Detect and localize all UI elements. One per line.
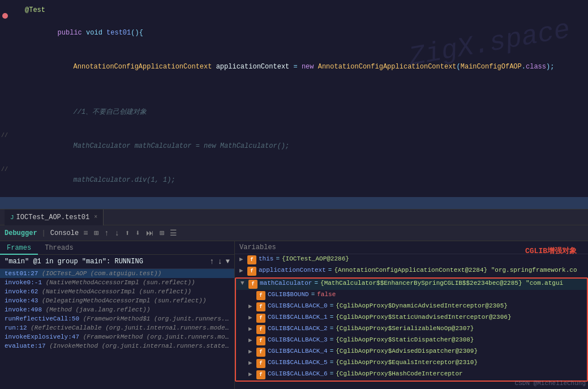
expand-icon[interactable]: ▶ — [248, 336, 256, 344]
var-name: CGLIB$CALLBACK_6 — [268, 370, 328, 377]
var-field-icon: f — [247, 255, 256, 264]
tab-item-ioctest[interactable]: J IOCTest_AOP.test01 × — [5, 210, 104, 225]
var-item-this[interactable]: ▶ f this = {IOCTest_AOP@2286} — [235, 254, 588, 266]
console-label[interactable]: Console — [50, 229, 79, 237]
frame-item[interactable]: invoke:62 (NativeMethodAccessorImpl (sun… — [0, 287, 234, 296]
tab-java-icon: J — [10, 214, 14, 221]
var-value: {CglibAopProxy$DynamicAdvisedInterceptor… — [336, 302, 508, 309]
var-field-icon: f — [256, 336, 265, 345]
var-field-icon: f — [247, 267, 256, 276]
expand-icon — [248, 291, 256, 298]
var-field-icon: f — [256, 370, 265, 379]
var-value: {MathCalculator$$EnhancerBySpringCGLIB$$… — [320, 280, 563, 287]
thread-down-button[interactable]: ↓ — [217, 257, 222, 266]
code-line: //1、不要自己创建对象 — [0, 95, 588, 129]
code-line: public void test01(){ — [0, 16, 588, 50]
expand-icon[interactable]: ▶ — [239, 255, 247, 263]
var-name: CGLIB$CALLBACK_5 — [268, 359, 328, 366]
function-name: test01 — [106, 29, 131, 37]
debugger-label: Debugger — [5, 229, 37, 237]
toolbar-list-icon[interactable]: ≡ — [82, 228, 89, 239]
toolbar-down-icon[interactable]: ↓ — [113, 228, 120, 239]
tab-close-button[interactable]: × — [94, 214, 97, 220]
toolbar-step-icon[interactable]: ⏭ — [145, 228, 155, 239]
thread-up-button[interactable]: ↑ — [209, 257, 214, 266]
keyword: public — [58, 29, 82, 37]
var-value-false: false — [317, 291, 336, 298]
frame-item[interactable]: invoke:498 (Method (java.lang.reflect)) — [0, 305, 234, 314]
var-item-appcontext[interactable]: ▶ f applicationContext = {AnnotationConf… — [235, 266, 588, 277]
var-item-mathcalculator[interactable]: ▼ f mathCalculator = {MathCalculator$$En… — [236, 279, 587, 290]
code-line: // mathCalculator.div(1, 1); — [0, 163, 588, 197]
expand-icon[interactable]: ▼ — [241, 280, 248, 287]
var-item-callback6[interactable]: ▶ f CGLIB$CALLBACK_6 = {CglibAopProxy$Ha… — [236, 369, 587, 381]
var-name: CGLIB$CALLBACK_3 — [268, 336, 328, 343]
frame-item[interactable]: runReflectiveCall:50 (FrameworkMethod$1 … — [0, 314, 234, 323]
var-value: {CglibAopProxy$StaticUnadvisedIntercepto… — [336, 314, 511, 320]
var-name: CGLIB$CALLBACK_0 — [268, 302, 328, 309]
thread-info: "main" @1 in group "main": RUNNING — [5, 258, 206, 266]
tab-frames[interactable]: Frames — [0, 241, 38, 255]
code-editor: ZigX.space @Test public void test01(){ A… — [0, 0, 588, 210]
toolbar-step-up-icon[interactable]: ⬆ — [124, 227, 131, 239]
var-field-icon: f — [256, 348, 265, 357]
frame-item[interactable]: invoke0:-1 (NativeMethodAccessorImpl (su… — [0, 278, 234, 287]
var-value: {CglibAopProxy$HashCodeInterceptor — [336, 370, 462, 377]
expand-icon[interactable]: ▶ — [248, 302, 256, 310]
keyword2: void — [86, 29, 102, 37]
var-item-callback4[interactable]: ▶ f CGLIB$CALLBACK_4 = {CglibAopProxy$Ad… — [236, 347, 587, 358]
frames-header: "main" @1 in group "main": RUNNING ↑ ↓ ▼ — [0, 255, 234, 269]
var-item-cglib-bound[interactable]: f CGLIB$BOUND = false — [236, 290, 587, 301]
expand-icon[interactable]: ▶ — [248, 314, 256, 321]
expand-icon[interactable]: ▶ — [239, 267, 247, 274]
annotation: @Test — [25, 6, 45, 14]
line-content: MathCalculator mathCalculator = applicat… — [23, 197, 588, 210]
comment: //1、不要自己创建对象 — [74, 108, 147, 116]
frame-item[interactable]: invoke:43 (DelegatingMethodAccessorImpl … — [0, 296, 234, 305]
code-area: @Test public void test01(){ AnnotationCo… — [0, 0, 588, 210]
var-field-icon: f — [256, 325, 265, 334]
line-content: //1、不要自己创建对象 — [23, 95, 588, 129]
var-field-icon: f — [256, 291, 265, 300]
frames-panel: Frames Threads "main" @1 in group "main"… — [0, 241, 235, 389]
expand-icon[interactable]: ▶ — [248, 325, 256, 332]
thread-filter-button[interactable]: ▼ — [226, 258, 230, 266]
csdn-watermark: CSDN @MichelleChung — [515, 380, 586, 387]
variables-panel: Variables CGLIB增强对象 ▶ f this = {IOCTest_… — [235, 241, 588, 389]
frame-item[interactable]: run:12 (ReflectiveCallable (org.junit.in… — [0, 323, 234, 332]
tab-threads[interactable]: Threads — [38, 241, 80, 255]
var-value: {CglibAopProxy$AdvisedDispatcher@2309} — [336, 348, 478, 354]
var-item-callback3[interactable]: ▶ f CGLIB$CALLBACK_3 = {CglibAopProxy$St… — [236, 335, 587, 347]
cglib-note: CGLIB增强对象 — [525, 246, 577, 256]
debugger-panel: Debugger | Console ≡ ⊞ ↑ ↓ ⬆ ⬇ ⏭ ⊞ ☰ Fra… — [0, 225, 588, 389]
var-field-icon: f — [256, 359, 265, 368]
toolbar-filter-icon[interactable]: ⊞ — [93, 227, 100, 239]
toolbar-grid-icon[interactable]: ⊞ — [158, 227, 165, 239]
frame-list: test01:27 (IOCTest_AOP (com.atguigu.test… — [0, 269, 234, 389]
var-list: ▶ f this = {IOCTest_AOP@2286} ▶ f applic… — [235, 254, 588, 389]
var-item-callback5[interactable]: ▶ f CGLIB$CALLBACK_5 = {CglibAopProxy$Eq… — [236, 358, 587, 369]
panel-tabs: Frames Threads — [0, 241, 234, 255]
frame-item[interactable]: evaluate:17 (InvokeMethod (org.junit.int… — [0, 341, 234, 350]
thread-name: "main" @1 in group "main": RUNNING — [5, 258, 143, 266]
var-item-callback0[interactable]: ▶ f CGLIB$CALLBACK_0 = {CglibAopProxy$Dy… — [236, 301, 587, 313]
line-content: MathCalculator mathCalculator = new Math… — [23, 129, 588, 163]
line-content: mathCalculator.div(1, 1); — [23, 163, 588, 197]
var-value: {CglibAopProxy$EqualsInterceptor@2310} — [336, 359, 478, 366]
toolbar-step-down-icon[interactable]: ⬇ — [134, 227, 141, 239]
expand-icon[interactable]: ▶ — [248, 370, 256, 378]
var-value: {IOCTest_AOP@2286} — [282, 255, 349, 262]
expand-icon[interactable]: ▶ — [248, 348, 256, 355]
expand-icon[interactable]: ▶ — [248, 359, 256, 366]
frame-item[interactable]: invokeExplosively:47 (FrameworkMethod (o… — [0, 332, 234, 341]
var-value: {AnnotationConfigApplicationContext@2284… — [334, 267, 577, 273]
debugger-toolbar: Debugger | Console ≡ ⊞ ↑ ↓ ⬆ ⬇ ⏭ ⊞ ☰ — [0, 225, 588, 241]
tab-bar: J IOCTest_AOP.test01 × — [0, 210, 588, 225]
code-line-highlighted: MathCalculator mathCalculator = applicat… — [0, 197, 588, 210]
var-item-callback1[interactable]: ▶ f CGLIB$CALLBACK_1 = {CglibAopProxy$St… — [236, 313, 587, 324]
var-name: mathCalculator — [260, 280, 312, 287]
frame-item[interactable]: test01:27 (IOCTest_AOP (com.atguigu.test… — [0, 269, 234, 278]
toolbar-up-icon[interactable]: ↑ — [103, 228, 110, 239]
toolbar-menu-icon[interactable]: ☰ — [169, 227, 178, 239]
var-item-callback2[interactable]: ▶ f CGLIB$CALLBACK_2 = {CglibAopProxy$Se… — [236, 324, 587, 335]
